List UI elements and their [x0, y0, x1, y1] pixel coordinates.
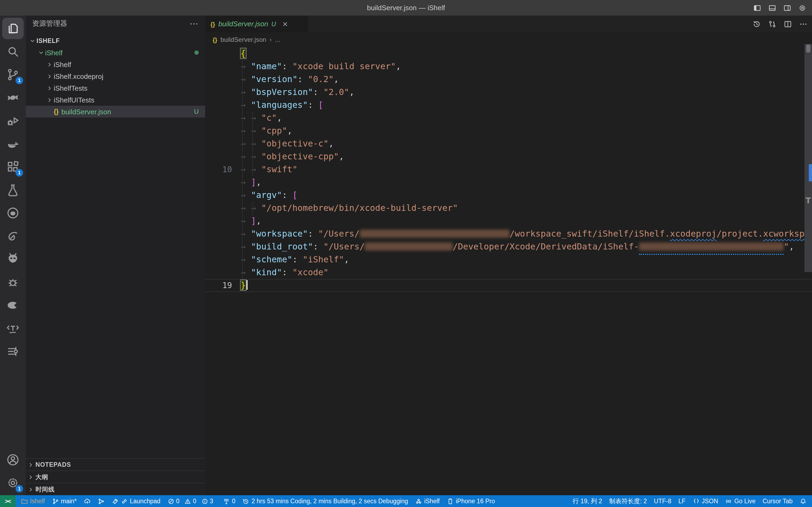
diagnostic-count: 0 [193, 498, 196, 504]
open-changes-icon[interactable] [768, 19, 776, 28]
status-item-time-tracker[interactable]: 2 hrs 53 mins Coding, 2 mins Building, 2… [243, 498, 408, 505]
code-token: "scheme" [251, 254, 292, 265]
activity-item-source-control-icon[interactable]: 1 [2, 64, 23, 85]
split-editor-icon[interactable] [783, 19, 792, 28]
status-item-launchpad[interactable]: Launchpad [112, 498, 161, 505]
status-item-workspace-folder[interactable]: Ishelf [21, 498, 45, 505]
status-item-language-mode[interactable]: JSON [693, 498, 718, 505]
status-item-diagnostics[interactable]: 003 [167, 498, 216, 505]
activity-item-template-tool-icon[interactable] [2, 318, 23, 339]
code-line[interactable]: → → "/opt/homebrew/bin/xcode-build-serve… [205, 202, 812, 215]
titlebar-layout-controls [753, 0, 807, 15]
code-token: : [292, 254, 303, 265]
status-item-cursor-position[interactable]: 行 19, 列 2 [573, 497, 602, 505]
status-item-label: Go Live [734, 498, 756, 504]
code-line[interactable]: → → "objective-cpp", [205, 150, 812, 163]
status-item-indentation[interactable]: 制表符长度: 2 [609, 497, 647, 505]
code-token: "/Users/ [323, 241, 365, 251]
activity-item-ai-assistant-icon[interactable] [2, 248, 23, 270]
scrollbar-slider[interactable] [806, 45, 810, 53]
code-line[interactable]: 19} [205, 279, 812, 292]
code-line[interactable]: → "build_root": "/Users//Developer/Xcode… [205, 240, 812, 253]
tree-item-ishelf-xcodeproj[interactable]: iShelf.xcodeproj [26, 70, 205, 82]
more-actions-icon[interactable] [799, 19, 808, 28]
activity-item-extensions-icon[interactable]: 1 [2, 156, 23, 178]
status-item-encoding[interactable]: UTF-8 [654, 498, 671, 504]
tree-item-ishelf[interactable]: iShelf [26, 58, 205, 70]
layout-sidebar-left-icon[interactable] [753, 3, 762, 12]
whitespace-tab-arrow: → [241, 100, 251, 110]
status-item-git-branch[interactable]: main* [52, 498, 77, 505]
badge: 1 [15, 169, 23, 176]
code-line[interactable]: → → "c", [205, 112, 812, 124]
activity-item-search-icon[interactable] [2, 41, 23, 62]
redacted-text [360, 227, 510, 240]
tree-item-ishelfuitests[interactable]: iShelfUITests [26, 94, 205, 106]
sidebar-section-notepads[interactable]: NOTEPADS [26, 458, 205, 470]
sidebar-section-时间线[interactable]: 时间线 [26, 483, 205, 495]
tree-item-ishelftests[interactable]: iShelfTests [26, 82, 205, 94]
layout-panel-bottom-icon[interactable] [768, 3, 776, 12]
status-item-xcode-scheme[interactable]: iShelf [415, 498, 440, 505]
code-token: , [329, 138, 334, 149]
activity-item-manage-icon[interactable]: 1 [2, 472, 23, 494]
sidebar-section-大纲[interactable]: 大纲 [26, 470, 205, 483]
status-item-cursor-tab[interactable]: Cursor Tab [763, 498, 793, 504]
activity-item-run-and-debug-icon[interactable] [2, 110, 23, 131]
activity-item-github-icon[interactable] [2, 202, 23, 224]
code-line[interactable]: → "kind": "xcode" [205, 266, 812, 279]
tab-git-status: U [271, 20, 276, 27]
code-token: } [241, 280, 246, 290]
tab-close-icon[interactable] [282, 20, 289, 27]
status-left-items: Ishelfmain*Launchpad00302 hrs 53 mins Co… [15, 498, 573, 505]
code-line[interactable]: → "bspVersion": "2.0", [205, 86, 812, 99]
code-line[interactable]: → → "objective-c", [205, 137, 812, 150]
settings-gear-icon[interactable] [798, 3, 807, 12]
activity-item-accounts-icon[interactable] [2, 449, 23, 470]
code-token: : [308, 100, 318, 110]
breadcrumb-file[interactable]: buildServer.json [220, 36, 266, 44]
editor-scrollbar[interactable]: T [805, 44, 812, 272]
status-item-notifications[interactable] [800, 498, 807, 505]
tree-item-buildserver-json[interactable]: {}buildServer.jsonU [26, 106, 205, 117]
code-line[interactable]: { [205, 47, 812, 60]
code-editor[interactable]: {→ "name": "xcode build server",→ "versi… [205, 47, 812, 495]
activity-item-explorer-icon[interactable] [2, 18, 23, 39]
code-line[interactable]: → → "cpp", [205, 124, 812, 137]
tab-buildserver-json[interactable]: {} buildServer.json U [205, 15, 308, 32]
tree-item-ishelf[interactable]: iShelf [26, 47, 205, 58]
status-item-publish-changes[interactable] [84, 498, 91, 505]
code-line[interactable]: → ], [205, 215, 812, 227]
code-line[interactable]: → "version": "0.2", [205, 73, 812, 86]
status-item-ports[interactable]: 0 [223, 498, 236, 505]
code-line[interactable]: → "scheme": "iShelf", [205, 253, 812, 266]
code-line[interactable]: 10→ → "swift" [205, 163, 812, 176]
status-item-source-control-graph[interactable] [98, 498, 105, 505]
activity-item-testing-icon[interactable] [2, 179, 23, 201]
activity-item-docker-icon[interactable] [2, 133, 23, 155]
activity-item-debug-console-icon[interactable] [2, 272, 23, 293]
status-item-simulator-device[interactable]: iPhone 16 Pro [447, 498, 495, 505]
whitespace-tab-arrow: → [241, 203, 251, 213]
activity-item-fish-extension-icon[interactable] [2, 294, 23, 316]
breadcrumb[interactable]: {} buildServer.json › ... [205, 32, 812, 47]
code-line[interactable]: → "name": "xcode build server", [205, 60, 812, 73]
code-token: "build_root" [251, 241, 313, 251]
sidebar-more-actions-icon[interactable]: ··· [190, 19, 199, 27]
layout-sidebar-right-icon[interactable] [783, 3, 792, 12]
code-line[interactable]: → "workspace": "/Users//workspace_swift/… [205, 227, 812, 240]
activity-item-tweaks-icon[interactable] [2, 341, 23, 362]
whitespace-tab-arrow: → [241, 229, 251, 239]
code-line[interactable]: → "languages": [ [205, 99, 812, 112]
activity-item-sweetpad-icon[interactable] [2, 87, 23, 108]
section-label: NOTEPADS [36, 461, 71, 468]
status-item-eol[interactable]: LF [678, 498, 686, 504]
code-line[interactable]: → "argv": [ [205, 189, 812, 202]
breadcrumb-more[interactable]: ... [275, 36, 280, 44]
status-item-go-live[interactable]: Go Live [725, 498, 756, 505]
tree-item-ishelf[interactable]: ISHELF [26, 35, 205, 47]
activity-item-gitlens-icon[interactable] [2, 225, 23, 247]
code-line[interactable]: → ], [205, 176, 812, 189]
remote-indicator[interactable]: >< [0, 495, 15, 507]
local-history-icon[interactable] [752, 19, 761, 28]
